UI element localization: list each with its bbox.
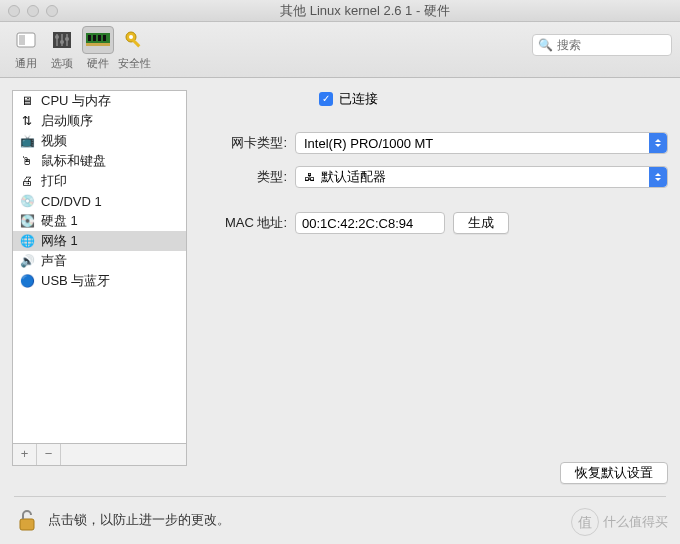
svg-rect-13	[103, 35, 106, 41]
sidebar-item-print[interactable]: 🖨打印	[13, 171, 186, 191]
window-title: 其他 Linux kernel 2.6 1 - 硬件	[58, 2, 672, 20]
sidebar-item-boot[interactable]: ⇅启动顺序	[13, 111, 186, 131]
svg-rect-10	[88, 35, 91, 41]
svg-point-6	[55, 35, 59, 39]
video-icon: 📺	[19, 134, 35, 148]
svg-rect-11	[93, 35, 96, 41]
sliders-icon	[51, 29, 73, 51]
sidebar-item-video[interactable]: 📺视频	[13, 131, 186, 151]
cpu-icon: 🖥	[19, 94, 35, 108]
lock-text: 点击锁，以防止进一步的更改。	[48, 511, 230, 529]
lock-bar: 点击锁，以防止进一步的更改。	[14, 496, 666, 534]
svg-point-16	[129, 35, 133, 39]
type-label: 类型:	[199, 168, 287, 186]
sidebar-footer: + −	[12, 444, 187, 466]
mouse-icon: 🖱	[19, 154, 35, 168]
chevron-updown-icon	[649, 133, 667, 153]
sidebar-item-cpu[interactable]: 🖥CPU 与内存	[13, 91, 186, 111]
sidebar-item-sound[interactable]: 🔊声音	[13, 251, 186, 271]
tab-general[interactable]: 通用	[8, 26, 44, 71]
svg-rect-14	[86, 43, 110, 46]
sidebar-item-usb[interactable]: 🔵USB 与蓝牙	[13, 271, 186, 291]
nic-type-label: 网卡类型:	[199, 134, 287, 152]
type-select[interactable]: 🖧默认适配器	[295, 166, 668, 188]
tab-security[interactable]: 安全性	[116, 26, 152, 71]
search-input[interactable]	[532, 34, 672, 56]
tab-hardware[interactable]: 硬件	[80, 26, 116, 71]
connected-label: 已连接	[339, 90, 378, 108]
hardware-sidebar: 🖥CPU 与内存 ⇅启动顺序 📺视频 🖱鼠标和键盘 🖨打印 💿CD/DVD 1 …	[12, 90, 187, 444]
svg-rect-1	[19, 35, 25, 45]
svg-point-8	[65, 37, 69, 41]
min-dot[interactable]	[27, 5, 39, 17]
connected-checkbox[interactable]: ✓	[319, 92, 333, 106]
chevron-updown-icon	[649, 167, 667, 187]
globe-icon: 🌐	[19, 234, 35, 248]
key-icon	[123, 29, 145, 51]
titlebar: 其他 Linux kernel 2.6 1 - 硬件	[0, 0, 680, 22]
sidebar-item-cddvd[interactable]: 💿CD/DVD 1	[13, 191, 186, 211]
svg-rect-17	[132, 39, 140, 47]
tab-options[interactable]: 选项	[44, 26, 80, 71]
svg-rect-18	[20, 519, 34, 530]
nic-type-select[interactable]: Intel(R) PRO/1000 MT	[295, 132, 668, 154]
mac-label: MAC 地址:	[199, 214, 287, 232]
disc-icon: 💿	[19, 194, 35, 208]
adapter-icon: 🖧	[304, 171, 315, 183]
mac-input[interactable]	[295, 212, 445, 234]
hdd-icon: 💽	[19, 214, 35, 228]
restore-defaults-button[interactable]: 恢复默认设置	[560, 462, 668, 484]
sidebar-item-network[interactable]: 🌐网络 1	[13, 231, 186, 251]
add-hardware-button[interactable]: +	[13, 444, 37, 465]
ram-icon	[85, 30, 111, 50]
search-icon: 🔍	[538, 38, 553, 52]
generate-button[interactable]: 生成	[453, 212, 509, 234]
remove-hardware-button[interactable]: −	[37, 444, 61, 465]
bluetooth-icon: 🔵	[19, 274, 35, 288]
watermark: 值 什么值得买	[571, 508, 668, 536]
close-dot[interactable]	[8, 5, 20, 17]
sidebar-item-mouse[interactable]: 🖱鼠标和键盘	[13, 151, 186, 171]
max-dot[interactable]	[46, 5, 58, 17]
toggle-icon	[15, 29, 37, 51]
svg-rect-12	[98, 35, 101, 41]
speaker-icon: 🔊	[19, 254, 35, 268]
sidebar-item-hdd[interactable]: 💽硬盘 1	[13, 211, 186, 231]
settings-panel: ✓ 已连接 网卡类型: Intel(R) PRO/1000 MT 类型: 🖧默认…	[199, 90, 668, 466]
boot-icon: ⇅	[19, 114, 35, 128]
window-controls	[8, 5, 58, 17]
printer-icon: 🖨	[19, 174, 35, 188]
search-box: 🔍	[532, 34, 672, 56]
toolbar: 通用 选项 硬件 安全性 🔍	[0, 22, 680, 78]
svg-point-7	[60, 40, 64, 44]
lock-open-icon[interactable]	[14, 507, 40, 533]
